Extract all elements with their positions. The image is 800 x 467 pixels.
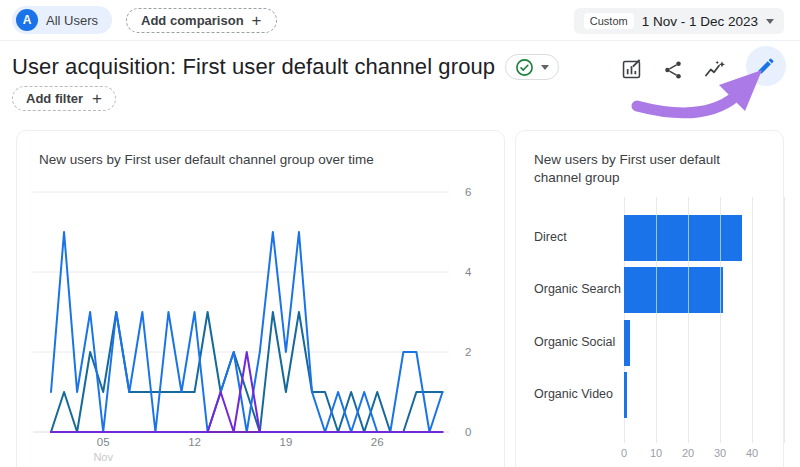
bar-gridline-40 xyxy=(752,197,753,443)
date-range-selector[interactable]: Custom 1 Nov - 1 Dec 2023 xyxy=(574,8,784,34)
x-tick-label: 12 xyxy=(188,436,201,448)
add-comparison-button[interactable]: Add comparison + xyxy=(126,8,277,33)
bar-label-direct: Direct xyxy=(534,230,567,244)
plus-icon: + xyxy=(252,14,262,27)
bar-gridline-overlay xyxy=(688,215,689,261)
bar-chart-card: New users by First user default channel … xyxy=(515,130,784,467)
bar-x-tick-label: 0 xyxy=(612,447,636,459)
page-title: User acquisition: First user default cha… xyxy=(12,54,495,80)
x-tick-label: 05 xyxy=(97,436,110,448)
customize-report-icon xyxy=(620,58,643,81)
bar-organic-social xyxy=(624,320,630,366)
report-title-row: User acquisition: First user default cha… xyxy=(12,54,559,80)
bar-organic-search xyxy=(624,267,723,313)
bar-gridline-overlay xyxy=(688,267,689,313)
ga4-report-page: A All Users Add comparison + Custom 1 No… xyxy=(0,0,800,467)
all-users-label: All Users xyxy=(46,13,98,28)
all-users-chip[interactable]: A All Users xyxy=(12,6,112,34)
bar-x-tick-label: 40 xyxy=(740,447,764,459)
audience-avatar: A xyxy=(16,9,38,31)
bar-x-tick-label: 20 xyxy=(676,447,700,459)
add-comparison-label: Add comparison xyxy=(141,13,244,28)
insights-button[interactable] xyxy=(702,57,728,83)
y-tick-label: 2 xyxy=(465,346,471,358)
comparison-bar: A All Users Add comparison + Custom 1 No… xyxy=(0,0,800,41)
customize-report-button[interactable] xyxy=(618,57,644,83)
bar-gridline-50 xyxy=(784,197,785,443)
report-status-dropdown[interactable] xyxy=(505,54,559,80)
bar-x-tick-label: 10 xyxy=(644,447,668,459)
line-chart-title: New users by First user default channel … xyxy=(39,151,374,169)
x-axis-month-label: Nov xyxy=(93,451,113,463)
share-button[interactable] xyxy=(660,57,686,83)
line-chart-card: New users by First user default channel … xyxy=(16,130,505,467)
chevron-down-icon xyxy=(541,65,549,70)
x-tick-label: 19 xyxy=(280,436,293,448)
check-circle-icon xyxy=(515,58,534,77)
bar-gridline-overlay xyxy=(720,267,721,313)
date-mode-badge: Custom xyxy=(584,13,634,29)
line-chart: 024605121926Nov xyxy=(29,184,494,467)
y-tick-label: 4 xyxy=(465,266,472,278)
insights-icon xyxy=(703,58,727,82)
report-actions xyxy=(618,53,786,86)
y-tick-label: 0 xyxy=(465,426,471,438)
line-series-direct xyxy=(51,232,443,432)
bar-label-organic-search: Organic Search xyxy=(534,282,621,296)
x-tick-label: 26 xyxy=(371,436,384,448)
bar-label-organic-social: Organic Social xyxy=(534,335,615,349)
y-tick-label: 6 xyxy=(465,186,471,198)
bar-direct xyxy=(624,215,742,261)
plus-icon: + xyxy=(92,92,102,105)
bar-organic-video xyxy=(624,372,627,418)
chevron-down-icon xyxy=(766,19,774,24)
add-filter-label: Add filter xyxy=(26,91,83,106)
edit-report-button[interactable] xyxy=(746,46,786,86)
bar-gridline-overlay xyxy=(720,215,721,261)
bar-x-tick-label: 30 xyxy=(708,447,732,459)
bar-gridline-overlay xyxy=(656,215,657,261)
bar-chart: DirectOrganic SearchOrganic SocialOrgani… xyxy=(516,131,785,467)
filter-bar: Add filter + xyxy=(12,86,116,111)
date-range-text: 1 Nov - 1 Dec 2023 xyxy=(642,14,758,29)
share-icon xyxy=(662,59,684,81)
pencil-icon xyxy=(756,56,776,76)
add-filter-button[interactable]: Add filter + xyxy=(12,86,116,111)
bar-label-organic-video: Organic Video xyxy=(534,387,613,401)
bar-gridline-overlay xyxy=(656,267,657,313)
